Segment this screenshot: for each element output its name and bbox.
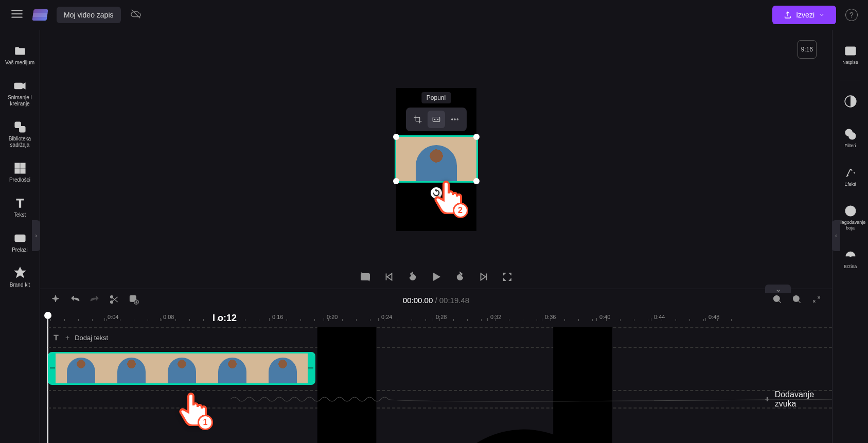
video-canvas[interactable]: Popuni 2 xyxy=(396,88,476,231)
hide-overlays-button[interactable] xyxy=(359,270,372,283)
sidebar-item-brand-kit[interactable]: Brand kit xyxy=(0,262,40,292)
resize-handle-tl[interactable] xyxy=(393,134,399,140)
tutorial-hand-cursor-2: 2 xyxy=(433,178,464,216)
sidebar-item-templates[interactable]: Predlošci xyxy=(0,157,40,187)
sidebar-item-text[interactable]: Tekst xyxy=(0,192,40,222)
undo-button[interactable] xyxy=(70,294,80,307)
zoom-out-button[interactable] xyxy=(772,294,783,307)
fit-timeline-button[interactable] xyxy=(811,294,822,307)
svg-point-12 xyxy=(451,118,452,119)
sidebar-item-filters[interactable]: Filteri xyxy=(832,123,868,153)
timeline-section: 00:00.00 / 00:19.48 I o:12 0:040:080:160… xyxy=(40,289,832,443)
svg-rect-5 xyxy=(21,163,25,168)
sidebar-item-audio[interactable] xyxy=(832,91,868,114)
sidebar-item-captions[interactable]: CC Natpise xyxy=(832,40,868,69)
playhead-handle[interactable] xyxy=(44,312,51,319)
resize-handle-bl[interactable] xyxy=(393,178,399,184)
timeline-toolbar: 00:00.00 / 00:19.48 xyxy=(40,289,832,312)
tutorial-hand-cursor-1: 1 xyxy=(178,390,209,428)
svg-point-11 xyxy=(437,119,438,120)
svg-text:5: 5 xyxy=(458,275,460,280)
top-bar: Moj video zapis Izvezi ? xyxy=(0,0,868,30)
canvas-floating-toolbar xyxy=(406,108,467,131)
audio-track[interactable]: + Dodavanje zvuka xyxy=(48,390,832,409)
svg-rect-9 xyxy=(433,117,440,121)
help-button[interactable]: ? xyxy=(845,9,858,21)
hamburger-menu-icon[interactable] xyxy=(10,7,24,23)
skip-to-start-button[interactable] xyxy=(382,270,396,283)
play-button[interactable] xyxy=(430,270,443,283)
skip-to-end-button[interactable] xyxy=(477,270,490,283)
sidebar-item-content-library[interactable]: Biblioteka sadržaja xyxy=(0,116,40,152)
resize-handle-br[interactable] xyxy=(473,178,480,184)
preview-area: 9:16 Popuni 2 xyxy=(40,30,832,289)
forward-button[interactable]: 5 xyxy=(453,270,467,283)
more-options-button[interactable] xyxy=(446,111,464,128)
sidebar-item-record-create[interactable]: Snimanje i kreiranje xyxy=(0,75,40,111)
time-display: 00:00.00 / 00:19.48 xyxy=(403,296,469,305)
svg-rect-4 xyxy=(15,163,20,168)
svg-rect-7 xyxy=(21,169,25,173)
svg-text:5: 5 xyxy=(411,275,413,280)
fill-tooltip: Popuni xyxy=(421,92,451,103)
player-controls: 5 5 xyxy=(359,270,514,283)
aspect-ratio-badge[interactable]: 9:16 xyxy=(798,40,817,59)
svg-point-10 xyxy=(434,119,435,120)
svg-point-31 xyxy=(849,256,851,257)
svg-text:CC: CC xyxy=(847,48,854,54)
expand-left-panel-icon[interactable]: › xyxy=(32,220,40,251)
sidebar-item-your-media[interactable]: Vaš medijum xyxy=(0,40,40,70)
selected-clip-in-canvas[interactable]: 2 xyxy=(395,135,478,183)
svg-rect-1 xyxy=(14,83,22,89)
svg-rect-6 xyxy=(15,169,20,173)
left-sidebar: Vaš medijum Snimanje i kreiranje Bibliot… xyxy=(0,30,40,443)
expand-right-panel-icon[interactable]: ‹ xyxy=(832,220,840,251)
rewind-button[interactable]: 5 xyxy=(406,270,419,283)
app-logo-icon xyxy=(32,9,48,21)
crop-button[interactable] xyxy=(409,111,427,128)
audio-waveform xyxy=(231,391,832,407)
cloud-sync-off-icon[interactable] xyxy=(130,8,141,22)
svg-point-29 xyxy=(848,133,855,139)
split-button[interactable] xyxy=(109,294,119,307)
redo-button[interactable] xyxy=(90,294,100,307)
zoom-in-button[interactable] xyxy=(792,294,802,307)
timeline-ruler[interactable]: I o:12 0:040:080:160:200:240:280:320:360… xyxy=(40,312,832,327)
svg-point-14 xyxy=(457,118,458,119)
resize-handle-tr[interactable] xyxy=(473,134,480,140)
fill-button[interactable] xyxy=(428,111,445,128)
svg-point-13 xyxy=(454,118,455,119)
project-title[interactable]: Moj video zapis xyxy=(57,7,121,23)
ai-sparkle-button[interactable] xyxy=(50,294,61,307)
add-media-button[interactable] xyxy=(129,294,139,307)
sidebar-item-effects[interactable]: Efekti xyxy=(832,162,868,191)
export-button[interactable]: Izvezi xyxy=(772,6,836,24)
right-sidebar: CC Natpise Filteri Efekti Prilagođavanje… xyxy=(832,30,868,443)
timeline-tracks: + Dodaj tekst || || xyxy=(40,327,832,443)
svg-rect-3 xyxy=(19,127,25,132)
fullscreen-button[interactable] xyxy=(501,270,514,283)
ruler-marker-label: I o:12 xyxy=(212,313,237,324)
